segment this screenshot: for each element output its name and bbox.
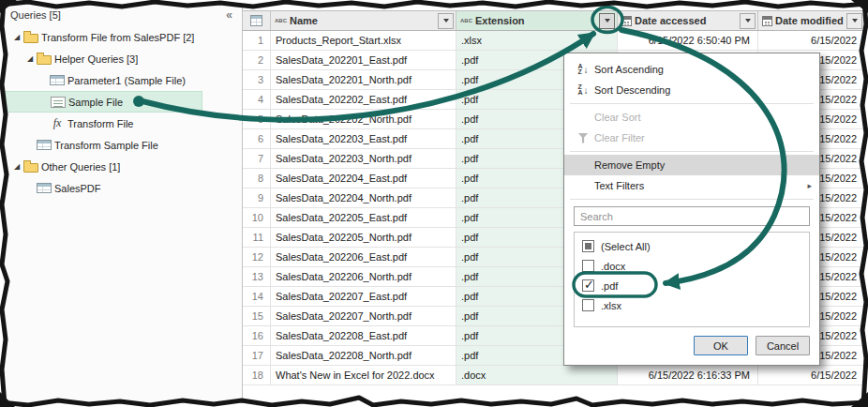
tree-item-label: SalesPDF	[52, 183, 107, 194]
cell-name[interactable]: What's New in Excel for 2022.docx	[271, 366, 456, 384]
cell-name[interactable]: SalesData_202205_East.pdf	[271, 208, 456, 227]
folder-icon	[23, 163, 38, 173]
cell-extension[interactable]: .docx	[456, 366, 618, 384]
tree-item-transform-file-from-salespdf-2[interactable]: ◢ Transform File from SalesPDF [2]	[3, 26, 209, 48]
row-number[interactable]: 4	[243, 90, 271, 109]
menu-item-sort-descending[interactable]: ZA↓ Sort Descending	[564, 80, 819, 100]
filter-value-docx[interactable]: .docx	[575, 256, 809, 276]
row-number[interactable]: 18	[243, 366, 271, 384]
tree-item-other-queries-1[interactable]: ◢ Other Queries [1]	[3, 156, 135, 177]
cell-name[interactable]: SalesData_202201_North.pdf	[271, 70, 456, 89]
row-number[interactable]: 3	[243, 70, 271, 89]
cell-name[interactable]: SalesData_202204_East.pdf	[271, 169, 456, 188]
power-query-editor: Queries [5] « ◢ Transform File from Sale…	[0, 0, 868, 407]
row-number[interactable]: 7	[243, 149, 271, 168]
collapse-pane-icon[interactable]: «	[226, 10, 232, 20]
cell-date-accessed[interactable]: 6/15/2022 6:50:40 PM	[618, 31, 758, 50]
expand-caret-icon[interactable]: ◢	[10, 33, 23, 41]
cell-date-modified[interactable]: 6/15/2022	[758, 31, 864, 50]
menu-item-text-filters[interactable]: Text Filters ▸	[564, 175, 819, 196]
tree-item-sample-file[interactable]: Sample File	[3, 91, 202, 113]
cell-name[interactable]: SalesData_202204_North.pdf	[271, 188, 456, 207]
cell-name[interactable]: SalesData_202208_East.pdf	[271, 326, 456, 345]
row-number[interactable]: 15	[243, 307, 271, 325]
queries-pane: Queries [5] « ◢ Transform File from Sale…	[3, 4, 243, 403]
queries-pane-header: Queries [5] «	[3, 4, 242, 24]
abc-icon	[460, 17, 472, 24]
chevron-down-icon	[745, 19, 751, 23]
column-header-date-modified[interactable]: Date modified	[758, 11, 864, 30]
row-number[interactable]: 5	[243, 110, 271, 128]
menu-separator	[570, 151, 814, 152]
row-number[interactable]: 1	[243, 31, 271, 50]
cell-date-modified[interactable]: 6/15/2022	[758, 366, 864, 384]
row-number[interactable]: 6	[243, 129, 271, 148]
filter-menu-buttons: OK Cancel	[564, 327, 819, 365]
menu-item-label: Clear Filter	[594, 132, 799, 143]
cell-date-accessed[interactable]: 6/15/2022 6:16:33 PM	[618, 366, 758, 384]
tree-item-transform-file[interactable]: Transform File	[3, 113, 149, 134]
filter-button-date-modified[interactable]	[846, 13, 862, 29]
filter-value-pdf[interactable]: .pdf	[575, 276, 809, 295]
expand-caret-icon[interactable]: ◢	[10, 162, 23, 171]
cell-name[interactable]: SalesData_202207_North.pdf	[271, 307, 456, 325]
filter-button-date-accessed[interactable]	[740, 13, 756, 29]
tree-item-transform-sample-file[interactable]: Transform Sample File	[3, 134, 173, 156]
tree-item-label: Helper Queries [3]	[52, 53, 143, 65]
cell-name[interactable]: SalesData_202205_North.pdf	[271, 228, 456, 247]
cell-name[interactable]: SalesData_202201_East.pdf	[271, 51, 456, 69]
row-number[interactable]: 2	[243, 51, 271, 69]
menu-item-remove-empty[interactable]: Remove Empty	[564, 155, 819, 175]
filter-button-name[interactable]	[438, 13, 454, 29]
ok-button[interactable]: OK	[694, 336, 748, 355]
cell-name[interactable]: SalesData_202206_North.pdf	[271, 267, 456, 286]
row-number[interactable]: 14	[243, 287, 271, 306]
row-number[interactable]: 17	[243, 346, 271, 365]
checkbox-icon[interactable]	[582, 260, 594, 272]
cell-name[interactable]: SalesData_202208_North.pdf	[271, 346, 456, 365]
column-label: Name	[287, 15, 438, 26]
expand-caret-icon[interactable]: ◢	[23, 54, 37, 63]
filter-value-xlsx[interactable]: .xlsx	[575, 295, 809, 315]
checkbox-icon[interactable]	[582, 240, 594, 252]
cell-extension[interactable]: .xlsx	[456, 31, 618, 50]
cell-name[interactable]: SalesData_202207_East.pdf	[271, 287, 456, 306]
tree-item-parameter1-sample-file[interactable]: Parameter1 (Sample File)	[3, 69, 201, 91]
tree-item-helper-queries-3[interactable]: ◢ Helper Queries [3]	[3, 48, 153, 69]
filter-value-select-all[interactable]: (Select All)	[575, 236, 809, 256]
row-number[interactable]: 10	[243, 208, 271, 227]
row-number[interactable]: 11	[243, 228, 271, 247]
cell-name[interactable]: SalesData_202202_East.pdf	[271, 90, 456, 109]
row-number[interactable]: 13	[243, 267, 271, 286]
column-label: Date accessed	[632, 15, 740, 26]
row-number[interactable]: 12	[243, 248, 271, 266]
tree-item-label: Transform File from SalesPDF [2]	[38, 32, 200, 43]
row-number[interactable]: 16	[243, 326, 271, 345]
cell-name[interactable]: SalesData_202203_East.pdf	[271, 129, 456, 148]
tree-item-label: Sample File	[66, 97, 128, 108]
folder-icon	[37, 55, 52, 65]
cell-name[interactable]: Products_Report_Start.xlsx	[271, 31, 456, 50]
cell-name[interactable]: SalesData_202206_East.pdf	[271, 248, 456, 266]
cell-name[interactable]: SalesData_202202_North.pdf	[271, 110, 456, 128]
row-number[interactable]: 8	[243, 169, 271, 188]
select-all-corner[interactable]	[243, 11, 271, 30]
checkbox-icon[interactable]	[582, 279, 594, 292]
menu-item-sort-ascending[interactable]: AZ↓ Sort Ascending	[564, 59, 819, 80]
checkbox-icon[interactable]	[582, 299, 594, 311]
row-number[interactable]: 9	[243, 188, 271, 207]
filter-button-extension[interactable]	[599, 13, 615, 29]
chevron-down-icon	[443, 19, 449, 23]
column-header-name[interactable]: Name	[271, 11, 456, 30]
tree-item-salespdf[interactable]: SalesPDF	[3, 177, 116, 199]
menu-item-clear-sort: Clear Sort	[564, 107, 819, 128]
cancel-button[interactable]: Cancel	[756, 336, 810, 355]
filter-dropdown-menu: AZ↓ Sort Ascending ZA↓ Sort Descending C…	[563, 53, 820, 366]
cell-name[interactable]: SalesData_202203_North.pdf	[271, 149, 456, 168]
filter-menu-items: AZ↓ Sort Ascending ZA↓ Sort Descending C…	[564, 53, 819, 203]
funnel-icon	[572, 133, 594, 143]
filter-search-input[interactable]	[574, 206, 810, 226]
column-header-date-accessed[interactable]: Date accessed	[618, 11, 758, 30]
column-header-extension[interactable]: Extension	[456, 11, 618, 30]
checkbox-label: (Select All)	[601, 241, 651, 252]
